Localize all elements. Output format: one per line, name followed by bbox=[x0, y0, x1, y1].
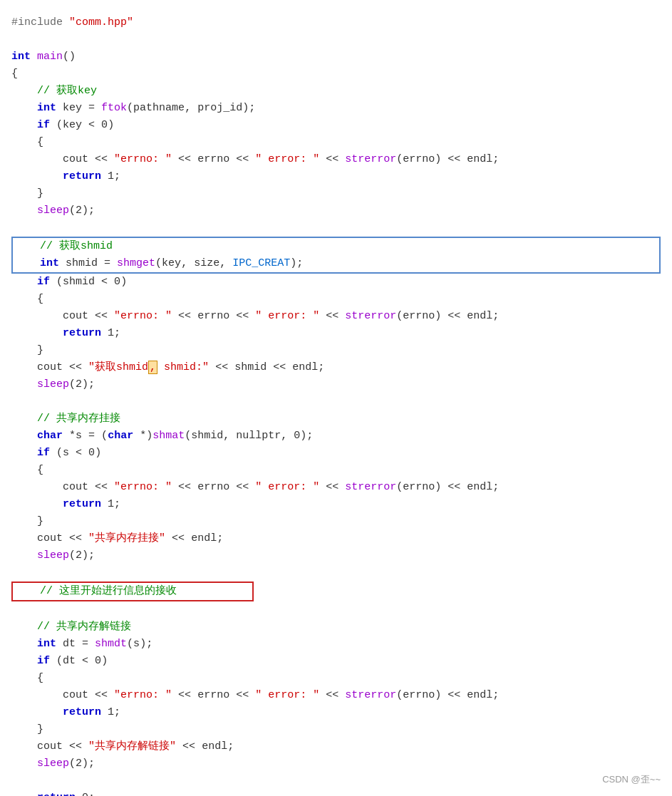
line-return-4: return 1; bbox=[11, 704, 661, 721]
line-close-brace-3: } bbox=[11, 342, 661, 359]
line-open-brace-4: { bbox=[11, 462, 661, 479]
line-int-dt: int dt = shmdt(s); bbox=[11, 636, 661, 653]
line-if-key: if (key < 0) bbox=[11, 117, 661, 134]
line-cout-errno-4: cout << "errno: " << errno << " error: "… bbox=[11, 687, 661, 704]
line-cout-errno-2: cout << "errno: " << errno << " error: "… bbox=[11, 308, 661, 325]
line-open-brace-3: { bbox=[11, 291, 661, 308]
line-cout-shared: cout << "共享内存挂接" << endl; bbox=[11, 530, 661, 547]
line-open-brace-2: { bbox=[11, 134, 661, 151]
line-close-brace-2: } bbox=[11, 185, 661, 202]
line-comment-shmid: // 获取shmid bbox=[14, 238, 658, 255]
line-close-brace-4: } bbox=[11, 513, 661, 530]
line-cout-errno-3: cout << "errno: " << errno << " error: "… bbox=[11, 479, 661, 496]
red-highlight-box: // 这里开始进行信息的接收 bbox=[11, 582, 254, 601]
line-return-3: return 1; bbox=[11, 496, 661, 513]
line-sleep-2: sleep(2); bbox=[11, 376, 661, 393]
line-cout-shmid: cout << "获取shmid, shmid:" << shmid << en… bbox=[11, 359, 661, 376]
line-close-brace-5: } bbox=[11, 721, 661, 738]
line-if-s: if (s < 0) bbox=[11, 445, 661, 462]
line-comment-key: // 获取key bbox=[11, 83, 661, 100]
line-blank-2 bbox=[11, 219, 661, 237]
line-open-brace-main: { bbox=[11, 66, 661, 83]
line-return-2: return 1; bbox=[11, 325, 661, 342]
line-comment-shmat: // 共享内存挂接 bbox=[11, 410, 661, 428]
line-open-brace-5: { bbox=[11, 670, 661, 687]
line-comment-shmdt: // 共享内存解链接 bbox=[11, 619, 661, 636]
line-if-dt: if (dt < 0) bbox=[11, 653, 661, 670]
code-container: #include "comm.hpp" int main() { // 获取ke… bbox=[11, 7, 661, 796]
line-sleep-4: sleep(2); bbox=[11, 755, 661, 772]
line-comment-recv: // 这里开始进行信息的接收 bbox=[14, 583, 251, 600]
line-main-decl: int main() bbox=[11, 48, 661, 66]
line-blank-6 bbox=[11, 772, 661, 790]
line-int-key: int key = ftok(pathname, proj_id); bbox=[11, 100, 661, 117]
line-blank-5 bbox=[11, 601, 661, 619]
line-return-0: return 0; bbox=[11, 790, 661, 796]
watermark: CSDN @歪~~ bbox=[602, 772, 661, 787]
line-sleep-1: sleep(2); bbox=[11, 202, 661, 219]
line-int-shmid: int shmid = shmget(key, size, IPC_CREAT)… bbox=[14, 255, 658, 272]
line-blank-4 bbox=[11, 564, 661, 582]
line-if-shmid: if (shmid < 0) bbox=[11, 274, 661, 291]
line-sleep-3: sleep(2); bbox=[11, 547, 661, 564]
line-return-1: return 1; bbox=[11, 168, 661, 185]
line-include: #include "comm.hpp" bbox=[11, 14, 661, 31]
line-char-s: char *s = (char *)shmat(shmid, nullptr, … bbox=[11, 428, 661, 445]
blue-highlight-box: // 获取shmid int shmid = shmget(key, size,… bbox=[11, 237, 661, 274]
line-cout-shmdt: cout << "共享内存解链接" << endl; bbox=[11, 738, 661, 755]
line-blank-3 bbox=[11, 393, 661, 410]
line-cout-errno-1: cout << "errno: " << errno << " error: "… bbox=[11, 151, 661, 168]
line-blank-1 bbox=[11, 31, 661, 48]
